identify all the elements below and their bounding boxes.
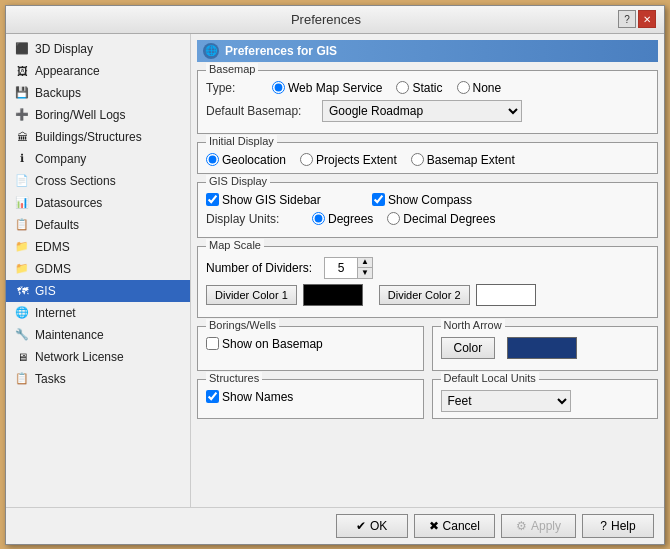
sidebar-item-defaults[interactable]: 📋Defaults (6, 214, 190, 236)
sidebar-item-appearance[interactable]: 🖼Appearance (6, 60, 190, 82)
sidebar-icon-boring-well-logs: ➕ (14, 107, 30, 123)
ok-icon: ✔ (356, 519, 366, 533)
sidebar-item-3d-display[interactable]: ⬛3D Display (6, 38, 190, 60)
sidebar-label-edms: EDMS (35, 240, 70, 254)
north-arrow-color-button[interactable]: Color (441, 337, 496, 359)
radio-decimal-degrees[interactable]: Decimal Degrees (387, 212, 495, 226)
help-title-button[interactable]: ? (618, 10, 636, 28)
sidebar-item-internet[interactable]: 🌐Internet (6, 302, 190, 324)
num-dividers-label: Number of Dividers: (206, 261, 312, 275)
sidebar-label-cross-sections: Cross Sections (35, 174, 116, 188)
sidebar-item-company[interactable]: ℹCompany (6, 148, 190, 170)
apply-button[interactable]: ⚙ Apply (501, 514, 576, 538)
sidebar-item-buildings-structures[interactable]: 🏛Buildings/Structures (6, 126, 190, 148)
cancel-icon: ✖ (429, 519, 439, 533)
preferences-window: Preferences ? ✕ ⬛3D Display🖼Appearance💾B… (5, 5, 665, 545)
divider-color-2-swatch[interactable] (476, 284, 536, 306)
sidebar-label-defaults: Defaults (35, 218, 79, 232)
sidebar-icon-datasources: 📊 (14, 195, 30, 211)
show-gis-sidebar-checkbox[interactable]: Show GIS Sidebar (206, 193, 366, 207)
basemap-label: Basemap (206, 63, 258, 75)
radio-projects-extent[interactable]: Projects Extent (300, 153, 397, 167)
sidebar-label-gdms: GDMS (35, 262, 71, 276)
sidebar-label-gis: GIS (35, 284, 56, 298)
radio-degrees[interactable]: Degrees (312, 212, 373, 226)
sidebar-icon-company: ℹ (14, 151, 30, 167)
bottom-bar: ✔ OK ✖ Cancel ⚙ Apply ? Help (6, 507, 664, 544)
sidebar-label-3d-display: 3D Display (35, 42, 93, 56)
help-button[interactable]: ? Help (582, 514, 654, 538)
sidebar-item-backups[interactable]: 💾Backups (6, 82, 190, 104)
sidebar-label-maintenance: Maintenance (35, 328, 104, 342)
sidebar-icon-3d-display: ⬛ (14, 41, 30, 57)
sidebar-item-edms[interactable]: 📁EDMS (6, 236, 190, 258)
north-arrow-group: North Arrow Color (432, 326, 659, 371)
gis-display-label: GIS Display (206, 175, 270, 187)
default-local-units-select[interactable]: Feet Meters Inches (441, 390, 571, 412)
sidebar-icon-gis: 🗺 (14, 283, 30, 299)
north-arrow-label: North Arrow (441, 319, 505, 331)
structures-group: Structures Show Names (197, 379, 424, 419)
sidebar-icon-buildings-structures: 🏛 (14, 129, 30, 145)
sidebar-item-gis[interactable]: 🗺GIS (6, 280, 190, 302)
sidebar: ⬛3D Display🖼Appearance💾Backups➕Boring/We… (6, 34, 191, 507)
title-controls: ? ✕ (618, 10, 656, 28)
default-local-units-label: Default Local Units (441, 372, 539, 384)
display-units-label: Display Units: (206, 212, 306, 226)
sidebar-label-buildings-structures: Buildings/Structures (35, 130, 142, 144)
sidebar-item-network-license[interactable]: 🖥Network License (6, 346, 190, 368)
sidebar-item-maintenance[interactable]: 🔧Maintenance (6, 324, 190, 346)
pref-header-title: Preferences for GIS (225, 44, 337, 58)
north-arrow-color-swatch[interactable] (507, 337, 577, 359)
radio-web-map-service[interactable]: Web Map Service (272, 81, 382, 95)
bottom-groups-2: Structures Show Names Default Local Unit… (197, 379, 658, 419)
radio-geolocation[interactable]: Geolocation (206, 153, 286, 167)
show-names-checkbox[interactable]: Show Names (206, 390, 415, 404)
structures-label: Structures (206, 372, 262, 384)
gis-display-group: GIS Display Show GIS Sidebar Show Compas… (197, 182, 658, 238)
show-on-basemap-checkbox[interactable]: Show on Basemap (206, 337, 415, 351)
sidebar-item-cross-sections[interactable]: 📄Cross Sections (6, 170, 190, 192)
sidebar-icon-defaults: 📋 (14, 217, 30, 233)
sidebar-icon-tasks: 📋 (14, 371, 30, 387)
divider-color-2-button[interactable]: Divider Color 2 (379, 285, 470, 305)
sidebar-item-gdms[interactable]: 📁GDMS (6, 258, 190, 280)
sidebar-label-appearance: Appearance (35, 64, 100, 78)
default-basemap-select[interactable]: Google Roadmap OpenStreetMap Bing Maps (322, 100, 522, 122)
sidebar-label-network-license: Network License (35, 350, 124, 364)
units-radio-group: Degrees Decimal Degrees (312, 212, 495, 226)
sidebar-item-tasks[interactable]: 📋Tasks (6, 368, 190, 390)
sidebar-label-internet: Internet (35, 306, 76, 320)
radio-basemap-extent[interactable]: Basemap Extent (411, 153, 515, 167)
map-scale-label: Map Scale (206, 239, 264, 251)
cancel-button[interactable]: ✖ Cancel (414, 514, 495, 538)
sidebar-item-datasources[interactable]: 📊Datasources (6, 192, 190, 214)
sidebar-icon-gdms: 📁 (14, 261, 30, 277)
divider-color-1-button[interactable]: Divider Color 1 (206, 285, 297, 305)
divider-color-1-swatch[interactable] (303, 284, 363, 306)
initial-display-radio-group: Geolocation Projects Extent Basemap Exte… (206, 153, 649, 167)
basemap-group: Basemap Type: Web Map Service Static (197, 70, 658, 134)
spin-up-button[interactable]: ▲ (358, 258, 372, 268)
apply-icon: ⚙ (516, 519, 527, 533)
sidebar-label-tasks: Tasks (35, 372, 66, 386)
basemap-type-radio-group: Web Map Service Static None (272, 81, 501, 95)
close-button[interactable]: ✕ (638, 10, 656, 28)
ok-button[interactable]: ✔ OK (336, 514, 408, 538)
help-icon: ? (600, 519, 607, 533)
radio-none[interactable]: None (457, 81, 502, 95)
sidebar-icon-appearance: 🖼 (14, 63, 30, 79)
sidebar-item-boring-well-logs[interactable]: ➕Boring/Well Logs (6, 104, 190, 126)
content-area: ⬛3D Display🖼Appearance💾Backups➕Boring/We… (6, 34, 664, 507)
num-dividers-spinbox[interactable]: 5 ▲ ▼ (324, 257, 373, 279)
pref-header: 🌐 Preferences for GIS (197, 40, 658, 62)
main-panel: 🌐 Preferences for GIS Basemap Type: Web … (191, 34, 664, 507)
borings-wells-label: Borings/Wells (206, 319, 279, 331)
spin-down-button[interactable]: ▼ (358, 268, 372, 278)
show-compass-checkbox[interactable]: Show Compass (372, 193, 472, 207)
bottom-groups: Borings/Wells Show on Basemap North Arro… (197, 326, 658, 371)
pref-header-icon: 🌐 (203, 43, 219, 59)
num-dividers-input[interactable]: 5 (325, 261, 357, 275)
radio-static[interactable]: Static (396, 81, 442, 95)
initial-display-label: Initial Display (206, 135, 277, 147)
